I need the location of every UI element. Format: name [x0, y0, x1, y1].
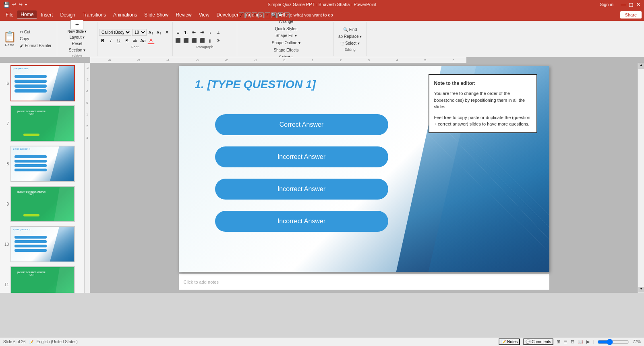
- new-slide-label[interactable]: New Slide ▾: [67, 29, 87, 33]
- share-button[interactable]: Share: [620, 11, 642, 19]
- more-shapes[interactable]: ▾: [284, 12, 290, 18]
- slide-thumb-6[interactable]: [TYPE QUESTION 1] [TYPE QUESTION 1]: [10, 65, 75, 101]
- view-normal-icon[interactable]: ⊞: [557, 339, 560, 344]
- notes-area[interactable]: Click to add notes: [179, 274, 549, 290]
- reset-button[interactable]: Reset: [67, 41, 87, 47]
- rect-shape[interactable]: □: [252, 12, 257, 18]
- correct-answer-btn[interactable]: Correct Answer: [215, 114, 388, 135]
- right-scrollbar[interactable]: ▲ ▼: [638, 63, 644, 293]
- slide-thumb-8[interactable]: 1. [TYPE QUESTION 2]: [10, 146, 75, 182]
- select-button[interactable]: ⬚ Select ▾: [335, 40, 364, 47]
- canvas-area[interactable]: 1. [TYPE QUESTION 1] Correct Answer Inco…: [90, 63, 638, 293]
- menu-animations[interactable]: Animations: [110, 11, 140, 19]
- new-slide-button[interactable]: + New Slide ▾: [67, 20, 87, 33]
- smartart-btn[interactable]: ⟳: [215, 37, 222, 44]
- align-left-btn[interactable]: ⬛: [174, 37, 182, 44]
- cut-button[interactable]: ✂ Cut: [18, 29, 54, 35]
- justify-btn[interactable]: ⬛: [199, 37, 206, 44]
- italic-btn[interactable]: I: [107, 37, 114, 44]
- view-reading-icon[interactable]: 📖: [578, 339, 583, 344]
- shape-fill-btn[interactable]: Shape Fill ▾: [240, 32, 332, 39]
- menu-file[interactable]: File: [2, 11, 17, 19]
- strikethrough-btn[interactable]: S: [123, 37, 130, 44]
- menu-insert[interactable]: Insert: [37, 11, 56, 19]
- align-text-btn[interactable]: ⊥: [215, 29, 222, 36]
- bullets-btn[interactable]: ≡: [174, 29, 182, 36]
- customize-icon[interactable]: ▾: [25, 2, 27, 7]
- menu-review[interactable]: Review: [172, 11, 195, 19]
- underline-btn[interactable]: U: [115, 37, 122, 44]
- view-slide-sorter-icon[interactable]: ⊟: [571, 339, 574, 344]
- find-button[interactable]: 🔍 Find: [335, 26, 364, 33]
- font-family-select[interactable]: Calibri (Body): [99, 29, 131, 36]
- slide-item-9[interactable]: 9 [INSERT CORRECT ANSWER TEXT]: [2, 185, 83, 223]
- menu-view[interactable]: View: [196, 11, 213, 19]
- view-outline-icon[interactable]: ☰: [563, 339, 567, 344]
- slide-canvas[interactable]: 1. [TYPE QUESTION 1] Correct Answer Inco…: [179, 66, 549, 272]
- align-center-btn[interactable]: ⬛: [182, 37, 190, 44]
- copy-button[interactable]: Copy: [18, 36, 54, 42]
- layout-button[interactable]: Layout ▾: [67, 34, 87, 40]
- oval-shape[interactable]: ○: [265, 12, 270, 18]
- format-painter-button[interactable]: 🖌 Format Painter: [18, 43, 54, 49]
- incorrect-answer-btn-1[interactable]: Incorrect Answer: [215, 146, 388, 167]
- slide-item-11[interactable]: 11 [INSERT CORRECT ANSWER TEXT]: [2, 266, 83, 293]
- incorrect-answer-btn-3[interactable]: Incorrect Answer: [215, 211, 388, 232]
- shape-effects-btn[interactable]: Shape Effects: [240, 47, 332, 54]
- increase-font-btn[interactable]: A↑: [147, 29, 155, 36]
- maximize-btn[interactable]: ◻: [629, 1, 634, 8]
- decrease-indent-btn[interactable]: ⇤: [191, 29, 198, 36]
- notes-btn[interactable]: 📝 Notes: [499, 338, 520, 345]
- menu-developer[interactable]: Developer: [213, 11, 242, 19]
- font-size-select[interactable]: 18: [132, 29, 147, 36]
- menu-design[interactable]: Design: [57, 11, 78, 19]
- char-spacing-btn[interactable]: ab: [131, 37, 139, 44]
- increase-indent-btn[interactable]: ⇥: [199, 29, 206, 36]
- change-case-btn[interactable]: Aa: [139, 37, 147, 44]
- redo-icon[interactable]: ↪: [19, 2, 23, 7]
- columns-btn[interactable]: ⫿: [207, 37, 214, 44]
- slide-thumb-10[interactable]: 1. [TYPE QUESTION 3]: [10, 226, 75, 262]
- arrow-shape[interactable]: →: [245, 12, 251, 18]
- text-direction-btn[interactable]: ↕: [207, 29, 214, 36]
- decrease-font-btn[interactable]: A↓: [155, 29, 163, 36]
- slide-item-10[interactable]: 10 1. [TYPE QUESTION 3]: [2, 225, 83, 263]
- minimize-btn[interactable]: —: [621, 1, 626, 8]
- clear-format-btn[interactable]: ✕: [164, 29, 171, 36]
- align-right-btn[interactable]: ⬛: [191, 37, 198, 44]
- triangle-shape[interactable]: △: [271, 12, 277, 18]
- editor-note-box[interactable]: Note to the editor: You are free to chan…: [429, 74, 537, 133]
- callout-shape[interactable]: 💬: [277, 12, 283, 18]
- slide-thumb-7[interactable]: [INSERT CORRECT ANSWER TEXT]: [10, 105, 75, 142]
- paste-button[interactable]: 📋 Paste: [3, 23, 16, 54]
- view-slideshow-icon[interactable]: ▶: [586, 339, 590, 344]
- comments-btn[interactable]: 💬 Comments: [523, 338, 553, 345]
- slide-thumb-9[interactable]: [INSERT CORRECT ANSWER TEXT]: [10, 186, 75, 222]
- slide-thumb-11[interactable]: [INSERT CORRECT ANSWER TEXT]: [10, 266, 75, 293]
- scroll-down-btn[interactable]: ▼: [638, 287, 644, 292]
- menu-home[interactable]: Home: [17, 10, 37, 19]
- bold-btn[interactable]: B: [99, 37, 106, 44]
- zoom-slider[interactable]: [597, 339, 630, 345]
- shape-outline-btn[interactable]: Shape Outline ▾: [240, 39, 332, 46]
- close-btn[interactable]: ✕: [636, 1, 641, 8]
- signin-link[interactable]: Sign in: [600, 2, 613, 7]
- numbering-btn[interactable]: 1.: [182, 29, 190, 36]
- arrange-button[interactable]: Arrange: [240, 18, 332, 25]
- slide-item-7[interactable]: 7 [INSERT CORRECT ANSWER TEXT]: [2, 105, 83, 142]
- font-color-btn[interactable]: A: [147, 37, 155, 44]
- replace-button[interactable]: ab Replace ▾: [335, 33, 364, 40]
- menu-transitions[interactable]: Transitions: [79, 11, 109, 19]
- menu-slideshow[interactable]: Slide Show: [141, 11, 172, 19]
- incorrect-answer-btn-2[interactable]: Incorrect Answer: [215, 179, 388, 200]
- slide-item-8[interactable]: 8 1. [TYPE QUESTION 2]: [2, 145, 83, 183]
- line-shape[interactable]: ╱: [239, 12, 244, 18]
- quick-styles-button[interactable]: Quick Styles: [240, 25, 332, 32]
- slide-question[interactable]: 1. [TYPE QUESTION 1]: [195, 78, 316, 91]
- section-button[interactable]: Section ▾: [67, 47, 87, 53]
- rounded-rect-shape[interactable]: ▭: [258, 12, 264, 18]
- save-icon[interactable]: 💾: [3, 2, 10, 8]
- scroll-up-btn[interactable]: ▲: [638, 63, 644, 69]
- slide-item-6[interactable]: 6 [TYPE QUESTION 1] [TYPE QUESTION 1]: [2, 64, 83, 102]
- undo-icon[interactable]: ↩: [12, 2, 16, 7]
